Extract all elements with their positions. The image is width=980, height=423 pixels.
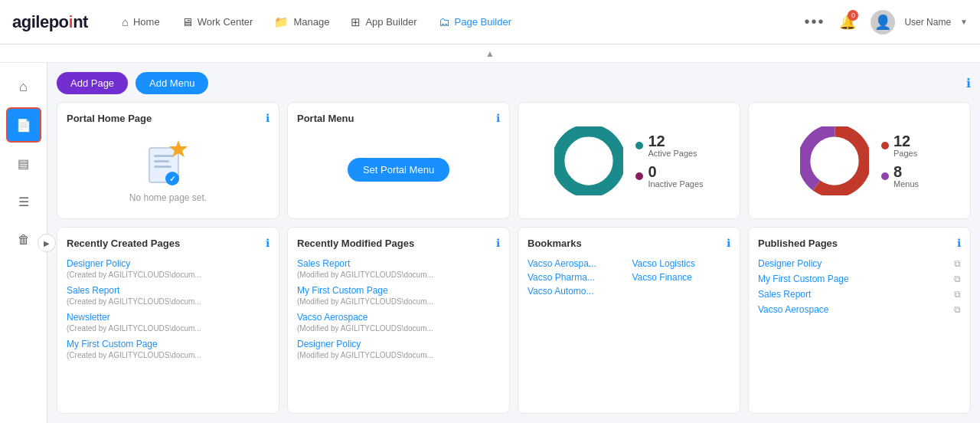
list-item[interactable]: Sales Report	[67, 285, 270, 296]
recently-created-header: Recently Created Pages ℹ	[67, 237, 270, 252]
active-pages-count: 12	[648, 133, 697, 149]
collapse-arrow-icon: ▲	[485, 48, 495, 59]
sidebar-trash-icon: 🗑	[18, 233, 30, 247]
nav-item-manage[interactable]: 📁 Manage	[265, 11, 338, 34]
notification-badge: 0	[848, 10, 858, 21]
sidebar-item-home[interactable]: ⌂	[6, 69, 41, 104]
published-page-link[interactable]: Vacso Aerospace	[758, 304, 829, 315]
published-pages-title: Published Pages	[758, 238, 838, 249]
sidebar-item-pages[interactable]: 📄	[6, 107, 41, 143]
nav-items: ⌂ Home 🖥 Work Center 📁 Manage ⊞ App Buil…	[113, 11, 804, 34]
sidebar-item-trash[interactable]: 🗑	[6, 222, 41, 257]
sidebar: ⌂ 📄 ▤ ☰ 🗑 ▶	[0, 63, 47, 423]
bookmarks-list: Vacso Aerospa... Vacso Logistics Vacso P…	[528, 258, 730, 297]
published-page-link[interactable]: My First Custom Page	[758, 274, 849, 284]
published-page-link[interactable]: Designer Policy	[758, 258, 822, 269]
portal-home-card: Portal Home Page ℹ	[57, 102, 279, 219]
monitor-icon: 🖥	[181, 15, 193, 28]
recently-created-card: Recently Created Pages ℹ Designer Policy…	[57, 227, 279, 414]
nav-pagebuilder-label: Page Builder	[455, 16, 511, 28]
sidebar-expand-button[interactable]: ▶	[38, 234, 56, 252]
recently-modified-title: Recently Modified Pages	[297, 238, 414, 249]
notification-button[interactable]: 🔔 0	[834, 8, 861, 36]
user-avatar[interactable]: 👤	[871, 10, 895, 34]
sidebar-item-layout[interactable]: ▤	[6, 146, 41, 181]
bookmark-item[interactable]: Vacso Aerospa...	[528, 258, 626, 269]
nav-item-app-builder[interactable]: ⊞ App Builder	[341, 11, 426, 34]
collapse-bar[interactable]: ▲	[0, 44, 980, 63]
published-page-item: Designer Policy ⧉	[758, 258, 961, 269]
nav-item-home[interactable]: ⌂ Home	[113, 11, 169, 33]
list-item[interactable]: Designer Policy	[297, 339, 500, 349]
active-dot	[635, 142, 643, 149]
list-item[interactable]: Designer Policy	[67, 258, 270, 269]
list-item[interactable]: My First Custom Page	[67, 339, 270, 349]
nav-workcenter-label: Work Center	[198, 16, 253, 28]
toolbar: Add Page Add Menu ℹ	[57, 72, 971, 94]
recently-created-list: Designer Policy (Created by AGILITYCLOUD…	[67, 258, 270, 404]
list-item[interactable]: Sales Report	[297, 258, 500, 269]
user-dropdown-icon[interactable]: ▼	[960, 18, 968, 26]
copy-icon[interactable]: ⧉	[954, 258, 961, 269]
published-page-link[interactable]: Sales Report	[758, 289, 811, 300]
recently-created-info-icon[interactable]: ℹ	[266, 237, 270, 249]
copy-icon[interactable]: ⧉	[954, 304, 961, 315]
nav-item-work-center[interactable]: 🖥 Work Center	[172, 11, 263, 33]
folder-icon: 📁	[274, 15, 289, 29]
add-page-button[interactable]: Add Page	[57, 72, 128, 94]
portal-home-content: ✓ No home page set.	[67, 130, 270, 209]
copy-icon[interactable]: ⧉	[954, 274, 961, 284]
set-portal-menu-button[interactable]: Set Portal Menu	[348, 158, 449, 182]
bookmark-item[interactable]: Vacso Finance	[632, 272, 731, 283]
sidebar-pages-icon: 📄	[16, 118, 31, 133]
avatar-icon: 👤	[874, 14, 891, 31]
pages-menus-donut	[800, 126, 869, 195]
bookmarks-info-icon[interactable]: ℹ	[727, 237, 730, 249]
svg-rect-2	[154, 160, 169, 162]
grid-icon: ⊞	[351, 15, 361, 29]
nav-item-page-builder[interactable]: 🗂 Page Builder	[430, 11, 521, 33]
published-pages-info-icon[interactable]: ℹ	[957, 237, 961, 249]
portal-menu-header: Portal Menu ℹ	[297, 112, 500, 124]
nav-manage-label: Manage	[293, 16, 329, 28]
bookmark-item[interactable]: Vacso Automo...	[528, 286, 626, 297]
published-pages-card: Published Pages ℹ Designer Policy ⧉ My F…	[748, 227, 971, 414]
menus-dot	[881, 172, 889, 180]
portal-menu-content: Set Portal Menu	[297, 130, 500, 209]
list-item-sub: (Modified by AGILITYCLOUDS\docum...	[297, 351, 500, 359]
top-nav: agilepoint ⌂ Home 🖥 Work Center 📁 Manage…	[0, 0, 980, 44]
add-menu-button[interactable]: Add Menu	[136, 72, 208, 94]
user-name-label[interactable]: User Name	[904, 17, 951, 28]
active-pages-label: Active Pages	[648, 149, 697, 158]
sidebar-home-icon: ⌂	[19, 79, 28, 95]
pages-dot	[881, 142, 889, 149]
pages-icon: 🗂	[439, 15, 450, 28]
nav-right: ••• 🔔 0 👤 User Name ▼	[804, 8, 968, 36]
portal-menu-info-icon[interactable]: ℹ	[496, 112, 500, 124]
portal-home-info-icon[interactable]: ℹ	[266, 112, 270, 124]
info-icon-top[interactable]: ℹ	[966, 76, 971, 90]
more-options-icon[interactable]: •••	[804, 13, 825, 31]
list-item[interactable]: Newsletter	[67, 312, 270, 323]
list-item[interactable]: My First Custom Page	[297, 285, 500, 296]
bookmark-item[interactable]: Vacso Logistics	[632, 258, 731, 269]
main-layout: ⌂ 📄 ▤ ☰ 🗑 ▶ Add Page Add Menu ℹ	[0, 63, 980, 423]
home-nav-icon: ⌂	[122, 15, 129, 28]
bookmark-item[interactable]: Vacso Pharma...	[528, 272, 626, 283]
menus-label: Menus	[893, 179, 919, 189]
bookmarks-card: Bookmarks ℹ Vacso Aerospa... Vacso Logis…	[518, 227, 740, 414]
sidebar-layout-icon: ▤	[18, 156, 29, 171]
pages-count: 12	[893, 133, 917, 149]
bottom-grid-row: Recently Created Pages ℹ Designer Policy…	[57, 227, 971, 414]
copy-icon[interactable]: ⧉	[954, 289, 961, 300]
recently-modified-header: Recently Modified Pages ℹ	[297, 237, 500, 252]
sidebar-item-list[interactable]: ☰	[6, 184, 41, 219]
list-item[interactable]: Vacso Aerospace	[297, 312, 500, 323]
published-page-item: My First Custom Page ⧉	[758, 274, 961, 284]
list-item-sub: (Created by AGILITYCLOUDS\docum...	[67, 271, 270, 279]
pages-menus-chart-card: 12 Pages 8 Menus	[748, 102, 971, 219]
nav-appbuilder-label: App Builder	[365, 16, 416, 28]
recently-modified-info-icon[interactable]: ℹ	[496, 237, 500, 249]
sidebar-list-icon: ☰	[18, 195, 29, 209]
published-pages-list: Designer Policy ⧉ My First Custom Page ⧉…	[758, 258, 961, 404]
